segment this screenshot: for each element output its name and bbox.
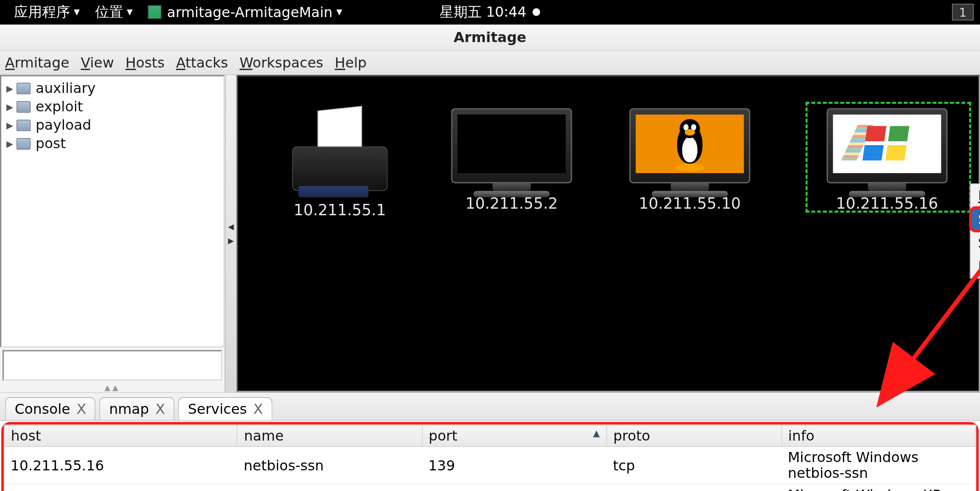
- os-menu-places-label: 位置: [95, 3, 123, 22]
- bottom-panel: Console X nmap X Services X host name po…: [0, 392, 980, 491]
- os-top-bar: 应用程序 ▼ 位置 ▼ armitage-ArmitageMain ▼ 星期五 …: [0, 0, 980, 24]
- record-dot-icon: [533, 8, 540, 16]
- col-label: name: [244, 428, 284, 444]
- menu-workspaces[interactable]: Workspaces: [239, 55, 323, 71]
- tree-expand-icon[interactable]: ▶: [7, 139, 17, 149]
- ctx-item-scan[interactable]: Scan: [970, 231, 980, 255]
- table-row[interactable]: 10.211.55.16 microsoft-ds 445 tcp Micros…: [4, 484, 976, 491]
- table-row[interactable]: 10.211.55.16 netbios-ssn 139 tcp Microso…: [4, 447, 976, 484]
- tree-expand-icon[interactable]: ▶: [7, 120, 17, 130]
- cell-proto: tcp: [607, 484, 781, 491]
- cell-port: 139: [422, 447, 607, 484]
- tab-close-icon[interactable]: X: [156, 401, 165, 417]
- host-ip-label: 10.211.55.2: [442, 195, 582, 213]
- os-menu-applications[interactable]: 应用程序 ▼: [7, 0, 88, 24]
- menu-help[interactable]: Help: [335, 55, 367, 71]
- services-table[interactable]: host name port▲ proto info 10.211.55.16 …: [4, 424, 976, 491]
- chevron-down-icon: ▼: [336, 7, 342, 16]
- menu-view[interactable]: View: [81, 55, 114, 71]
- host-ip-label: 10.211.55.16: [811, 195, 963, 213]
- windows-flag-icon: [862, 126, 912, 161]
- tab-close-icon[interactable]: X: [253, 401, 263, 417]
- main-split: ▶ auxiliary ▶ exploit ▶ payload ▶: [0, 75, 980, 392]
- tree-item-post[interactable]: ▶ post: [1, 134, 224, 153]
- tree-expand-icon[interactable]: ▶: [7, 102, 17, 112]
- vertical-splitter[interactable]: ◀ ▶: [225, 75, 237, 392]
- col-info[interactable]: info: [781, 425, 976, 446]
- host-context-menu: Login ▶ Services Scan Host ▶: [970, 183, 980, 279]
- chevron-right-icon: ▶: [228, 236, 234, 245]
- bottom-tabs: Console X nmap X Services X: [0, 393, 980, 421]
- monitor-icon: [629, 108, 750, 191]
- tree-item-auxiliary[interactable]: ▶ auxiliary: [1, 79, 224, 97]
- os-menu-places[interactable]: 位置 ▼: [87, 0, 140, 24]
- linux-tux-icon: [669, 119, 710, 169]
- svg-line-0: [887, 226, 980, 393]
- menu-attacks[interactable]: Attacks: [176, 55, 228, 71]
- host-node[interactable]: 10.211.55.10: [620, 108, 760, 213]
- menu-label: osts: [136, 55, 164, 71]
- window-title-bar: Armitage: [0, 24, 980, 51]
- col-name[interactable]: name: [238, 425, 422, 446]
- chevron-down-icon: ▼: [127, 7, 132, 16]
- monitor-icon: [451, 108, 572, 191]
- cell-port: 445: [422, 484, 607, 491]
- workspace-indicator-label: 1: [959, 5, 966, 18]
- host-ip-label: 10.211.55.10: [620, 195, 760, 213]
- ctx-item-login[interactable]: Login ▶: [970, 184, 980, 208]
- tab-nmap[interactable]: nmap X: [99, 397, 174, 420]
- os-clock[interactable]: 星期五 10:44: [440, 3, 540, 22]
- menu-armitage[interactable]: Armitage: [5, 55, 69, 71]
- host-node[interactable]: 10.211.55.2: [442, 108, 582, 213]
- workspace-indicator[interactable]: 1: [952, 4, 973, 21]
- chevron-down-icon: ▼: [74, 7, 79, 16]
- menu-label: rmitage: [14, 55, 69, 71]
- os-active-window-label: armitage-ArmitageMain: [167, 4, 333, 20]
- tab-label: Console: [14, 401, 70, 417]
- host-node-selected[interactable]: 10.211.55.16: [811, 108, 963, 213]
- menu-hosts[interactable]: Hosts: [125, 55, 164, 71]
- hosts-canvas[interactable]: 10.211.55.1 10.211.55.2: [237, 75, 980, 392]
- col-host[interactable]: host: [4, 425, 237, 446]
- cell-name: microsoft-ds: [238, 484, 422, 491]
- menu-bar: Armitage View Hosts Attacks Workspaces H…: [0, 51, 980, 75]
- os-active-window[interactable]: armitage-ArmitageMain ▼: [140, 0, 350, 24]
- cell-info: Microsoft Windows netbios-ssn: [781, 447, 976, 484]
- module-search-input[interactable]: [3, 350, 222, 381]
- col-port[interactable]: port▲: [422, 425, 607, 446]
- module-tree[interactable]: ▶ auxiliary ▶ exploit ▶ payload ▶: [0, 75, 225, 347]
- tree-expand-icon[interactable]: ▶: [7, 83, 17, 93]
- tree-item-payload[interactable]: ▶ payload: [1, 116, 224, 134]
- col-label: proto: [613, 428, 650, 444]
- folder-icon: [17, 119, 31, 131]
- tab-close-icon[interactable]: X: [77, 401, 86, 417]
- cell-host: 10.211.55.16: [4, 447, 237, 484]
- host-ip-label: 10.211.55.1: [276, 201, 403, 219]
- monitor-icon: [827, 108, 948, 191]
- host-node[interactable]: 10.211.55.1: [276, 108, 403, 219]
- menu-label: iew: [90, 55, 114, 71]
- menu-label: orkspaces: [252, 55, 323, 71]
- ctx-item-services[interactable]: Services: [970, 207, 980, 231]
- ctx-item-host[interactable]: Host ▶: [970, 255, 980, 278]
- folder-icon: [17, 101, 31, 112]
- tree-item-label: payload: [36, 117, 91, 133]
- folder-icon: [17, 138, 31, 149]
- tree-item-label: post: [36, 135, 66, 151]
- menu-label: ttacks: [185, 55, 228, 71]
- services-table-highlight: host name port▲ proto info 10.211.55.16 …: [1, 422, 979, 491]
- tree-item-exploit[interactable]: ▶ exploit: [1, 97, 224, 116]
- os-menu-applications-label: 应用程序: [14, 3, 70, 22]
- col-proto[interactable]: proto: [607, 425, 781, 446]
- os-clock-label: 星期五 10:44: [440, 3, 526, 22]
- app-icon: [148, 5, 162, 19]
- cell-proto: tcp: [607, 447, 781, 484]
- tab-console[interactable]: Console X: [5, 397, 96, 420]
- splitter-grip-icon[interactable]: ▲▲: [0, 383, 225, 392]
- folder-icon: [17, 82, 31, 94]
- col-label: port: [429, 428, 457, 444]
- menu-label: elp: [345, 55, 367, 71]
- tab-label: nmap: [109, 401, 149, 417]
- tab-services[interactable]: Services X: [178, 397, 273, 420]
- cell-name: netbios-ssn: [238, 447, 422, 484]
